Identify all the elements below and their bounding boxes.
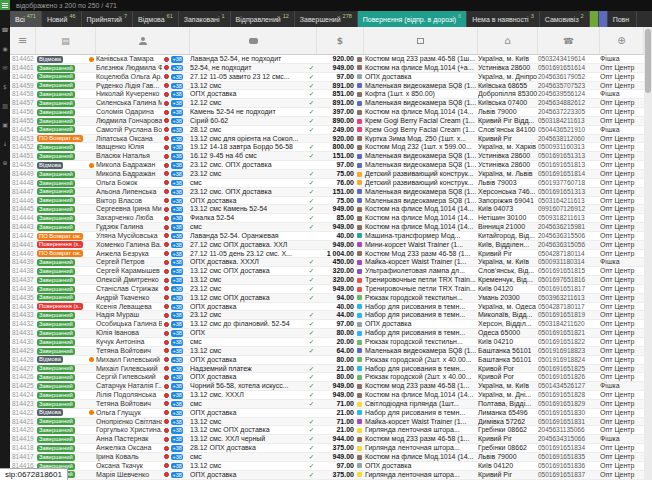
call-record-icon[interactable]: [164, 401, 169, 406]
order-row[interactable]: 814440 ПО Возврат ож. Анжела Безрука +38…: [10, 250, 644, 259]
tracking-number[interactable]: 0501691651817: [538, 285, 600, 293]
call-record-icon[interactable]: [164, 463, 169, 468]
order-row[interactable]: 814449 Завершений Микола Бадражан +38 23…: [10, 170, 644, 179]
tracking-number[interactable]: 2045634882612: [538, 99, 600, 107]
status-tab[interactable]: [590, 11, 599, 27]
order-row[interactable]: 814415 Завершений Марія Шевченко +38 ОПХ…: [10, 471, 644, 480]
customer-name[interactable]: Анна Пастернак: [96, 435, 162, 443]
customer-name[interactable]: Оксана Ткачук: [96, 462, 162, 470]
call-record-icon[interactable]: [164, 384, 169, 389]
customer-name[interactable]: Іващенко Юлія: [96, 143, 162, 151]
call-record-icon[interactable]: [164, 295, 169, 300]
order-row[interactable]: 814455 Завершений Людмила Гончарова +38 …: [10, 117, 644, 126]
order-row[interactable]: 814461 Завершений Блєзнюк Людмила Ф... +…: [10, 64, 644, 73]
customer-name[interactable]: Марія Шевченко: [96, 471, 162, 479]
customer-name[interactable]: Надія Мураш: [96, 311, 162, 319]
status-tab[interactable]: Самовивіз2: [540, 11, 590, 27]
info-icon[interactable]: [89, 163, 94, 168]
customer-name[interactable]: Михаіл Гилевський: [96, 365, 162, 373]
customer-name[interactable]: Людмила Гончарова: [96, 117, 162, 125]
call-record-icon[interactable]: [164, 127, 169, 132]
tracking-number[interactable]: 0501691651829: [538, 400, 600, 408]
customer-name[interactable]: Сергей Петров: [96, 258, 162, 266]
order-row[interactable]: 814435 Завершений Андрій Ткаченко +38 13…: [10, 294, 644, 303]
status-tab[interactable]: [599, 11, 608, 27]
call-record-icon[interactable]: [164, 180, 169, 185]
status-tab[interactable]: Всі471: [10, 11, 42, 27]
money-icon[interactable]: $: [0, 83, 10, 90]
tracking-number[interactable]: 2045636315056: [538, 241, 600, 249]
order-row[interactable]: 814419 Завершений Анна Пастернак +38 13.…: [10, 435, 644, 444]
customer-name[interactable]: Николай Кучеренко: [96, 90, 162, 98]
info-icon[interactable]: [89, 57, 94, 62]
status-tab[interactable]: Запаковані1: [179, 11, 231, 27]
chart-icon[interactable]: ▥: [0, 102, 10, 109]
order-row[interactable]: 814426 Завершений Сергій Гилевський +38 …: [10, 373, 644, 382]
tracking-number[interactable]: 2045636315506: [538, 232, 600, 240]
call-record-icon[interactable]: [164, 242, 169, 247]
call-record-icon[interactable]: [164, 110, 169, 115]
call-record-icon[interactable]: [164, 83, 169, 88]
status-tab[interactable]: Повн: [608, 11, 638, 27]
customer-name[interactable]: Коцелюба Ольга Ар...: [96, 73, 162, 81]
customer-name[interactable]: Юлія Іванова: [96, 329, 162, 337]
status-tab[interactable]: Новий46: [42, 11, 82, 27]
person-icon[interactable]: [96, 27, 190, 54]
tracking-number[interactable]: 0503963211613: [538, 294, 600, 302]
customer-name[interactable]: Захарченко Люба: [96, 214, 162, 222]
tracking-number[interactable]: 0503243419614: [538, 55, 600, 63]
tracking-number[interactable]: 0501691651831: [538, 418, 600, 426]
order-row[interactable]: 814433 Завершений Надія Мураш +38 23.12 …: [10, 311, 644, 320]
order-row[interactable]: 814434 Повернення (з.. Ксенія Леващева +…: [10, 303, 644, 312]
download-icon[interactable]: ↓: [0, 140, 10, 147]
tracking-number[interactable]: 0501916918823: [538, 347, 600, 355]
money-icon[interactable]: [317, 27, 364, 54]
tracking-number[interactable]: 0501691651825: [538, 365, 600, 373]
call-record-icon[interactable]: [164, 472, 169, 477]
customer-name[interactable]: Уляна Мусійовська: [96, 232, 162, 240]
tracking-number[interactable]: 0501691651814: [538, 170, 600, 178]
menu-icon[interactable]: [0, 0, 10, 10]
order-row[interactable]: 814450 Відмова Микола Бадражан +38 23.12…: [10, 161, 644, 170]
call-record-icon[interactable]: [164, 101, 169, 106]
settings-icon[interactable]: ⊕: [0, 159, 10, 166]
call-record-icon[interactable]: [164, 454, 169, 459]
vertical-scrollbar[interactable]: [644, 27, 652, 480]
tracking-number[interactable]: 0504287180117: [538, 303, 600, 311]
customer-name[interactable]: Тетяна Войтович: [96, 347, 162, 355]
order-row[interactable]: 814424 Завершений Лілія Подолянська +38 …: [10, 391, 644, 400]
order-row[interactable]: 814416 Завершений Оксана Ткачук +38 13.1…: [10, 462, 644, 471]
customer-name[interactable]: Сергеевна Ірина Ми...: [96, 205, 162, 213]
order-row[interactable]: 814418 Завершений Анжеліка Оксана +38 28…: [10, 444, 644, 453]
scrollbar-thumb[interactable]: [645, 29, 651, 93]
call-record-icon[interactable]: [164, 154, 169, 159]
tracking-number[interactable]: 0501916918824: [538, 356, 600, 364]
order-row[interactable]: 814438 Завершений Сергей Карамышев +38 1…: [10, 267, 644, 276]
customer-name[interactable]: Кучук Антоніна: [96, 338, 162, 346]
call-record-icon[interactable]: [164, 118, 169, 123]
call-record-icon[interactable]: [164, 251, 169, 256]
customer-name[interactable]: Олексій Дмитренко: [96, 276, 162, 284]
call-record-icon[interactable]: [164, 393, 169, 398]
customer-name[interactable]: Станіслав Стрижак: [96, 285, 162, 293]
status-tab[interactable]: Повернення (відпр. в дорозі)6: [358, 11, 467, 27]
call-record-icon[interactable]: [164, 233, 169, 238]
order-row[interactable]: 814458 Завершений Николай Кучеренко +38 …: [10, 90, 644, 99]
call-record-icon[interactable]: [164, 304, 169, 309]
tracking-number[interactable]: 0501691651830: [538, 409, 600, 417]
chat-icon[interactable]: [190, 27, 317, 54]
call-record-icon[interactable]: [164, 410, 169, 415]
menu-icon[interactable]: [10, 27, 36, 54]
tracking-number[interactable]: 0503184211620: [538, 320, 600, 328]
tracking-number[interactable]: 0501691651835: [538, 453, 600, 461]
call-record-icon[interactable]: [164, 437, 169, 442]
order-row[interactable]: 814431 Завершений Юлія Іванова +38 ОПХ ✓…: [10, 329, 644, 338]
customer-name[interactable]: Сатарчук Наталія Г...: [96, 382, 162, 390]
users-icon[interactable]: ◉: [0, 45, 10, 52]
tracking-number[interactable]: 0501691651313: [538, 188, 600, 196]
customer-name[interactable]: Власюк Наталья: [96, 152, 162, 160]
tracking-number[interactable]: 2045634315066: [538, 435, 600, 443]
order-row[interactable]: 814452 Завершений Іващенко Юлія +38 19.1…: [10, 143, 644, 152]
call-record-icon[interactable]: [164, 357, 169, 362]
call-record-icon[interactable]: [164, 348, 169, 353]
